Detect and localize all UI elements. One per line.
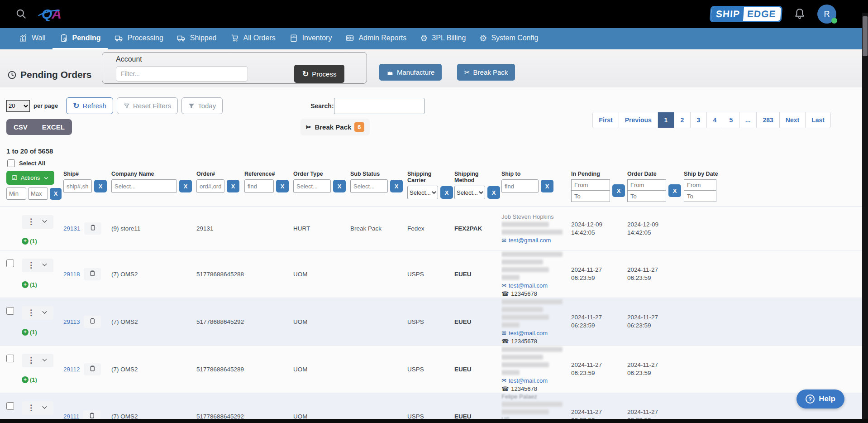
expand-chevron-icon[interactable] <box>41 218 48 226</box>
expand-items-link[interactable]: + (1) <box>22 329 53 336</box>
search-input[interactable] <box>334 98 424 114</box>
in-pending-to-input[interactable] <box>571 191 610 202</box>
pagination-next[interactable]: Next <box>780 112 806 128</box>
break-pack-button[interactable]: ✂ Break Pack <box>457 64 515 81</box>
notifications-bell-icon[interactable] <box>794 7 806 21</box>
pagination-previous[interactable]: Previous <box>619 112 658 128</box>
row-checkbox[interactable] <box>6 355 14 362</box>
account-filter-input[interactable] <box>116 66 248 82</box>
order-date-from-input[interactable] <box>627 179 666 191</box>
expand-items-link[interactable]: + (1) <box>22 376 53 383</box>
recipient-email[interactable]: ✉ test@mail.com <box>501 377 548 385</box>
nav-tab-3pl-billing[interactable]: ⚙ 3PL Billing <box>413 28 472 49</box>
row-checkbox[interactable] <box>6 307 14 315</box>
pagination-page-1[interactable]: 1 <box>658 112 674 128</box>
clear-order-date-filter-button[interactable]: X <box>668 184 681 197</box>
min-input[interactable] <box>6 187 26 200</box>
kebab-menu-icon[interactable]: ⋮ <box>27 405 35 411</box>
pagination-page-283[interactable]: 283 <box>757 112 779 128</box>
recipient-email[interactable]: ✉ test@gmail.com <box>501 237 551 244</box>
reference-filter-input[interactable] <box>244 179 274 193</box>
pagination-page-2[interactable]: 2 <box>674 112 691 128</box>
recipient-email[interactable]: ✉ test@mail.com <box>501 330 548 337</box>
refresh-button[interactable]: ↻ Refresh <box>66 97 113 114</box>
ship-number-link[interactable]: 29131 <box>63 225 81 232</box>
nav-tab-all-orders[interactable]: All Orders <box>224 28 282 49</box>
process-button[interactable]: ↻ Process <box>294 65 344 83</box>
vertical-scrollbar-thumb[interactable] <box>863 16 868 56</box>
clear-method-filter-button[interactable]: X <box>487 186 500 199</box>
pagination-page-3[interactable]: 3 <box>691 112 707 128</box>
copy-icon[interactable] <box>84 268 101 280</box>
break-pack-filter-chip[interactable]: ✂ Break Pack 6 <box>300 119 370 135</box>
select-all-checkbox[interactable] <box>7 159 15 167</box>
kebab-menu-icon[interactable]: ⋮ <box>27 357 35 364</box>
kebab-menu-icon[interactable]: ⋮ <box>27 310 35 316</box>
pagination-page-5[interactable]: 5 <box>723 112 739 128</box>
vertical-scrollbar[interactable] <box>862 13 868 419</box>
copy-icon[interactable] <box>84 316 101 328</box>
max-input[interactable] <box>28 187 48 200</box>
nav-tab-shipped[interactable]: Shipped <box>170 28 224 49</box>
order-date-to-input[interactable] <box>627 191 666 202</box>
clear-reference-filter-button[interactable]: X <box>276 180 289 192</box>
clear-ship-filter-button[interactable]: X <box>94 180 107 192</box>
clear-sub-status-filter-button[interactable]: X <box>390 180 403 192</box>
user-avatar[interactable]: R <box>817 5 836 24</box>
in-pending-from-input[interactable] <box>571 179 610 191</box>
kebab-menu-icon[interactable]: ⋮ <box>27 219 35 225</box>
expand-items-link[interactable]: + (1) <box>22 238 53 245</box>
clear-company-filter-button[interactable]: X <box>179 180 192 192</box>
nav-tab-wall[interactable]: Wall <box>12 28 52 49</box>
excel-button[interactable]: EXCEL <box>35 119 72 135</box>
horizontal-scrollbar[interactable] <box>0 419 868 423</box>
row-checkbox[interactable] <box>6 260 14 267</box>
sub-status-filter-input[interactable] <box>350 179 388 193</box>
clear-minmax-button[interactable]: X <box>50 188 62 200</box>
ship-filter-input[interactable] <box>63 179 92 193</box>
actions-dropdown-button[interactable]: ☑ Actions <box>6 171 54 185</box>
expand-chevron-icon[interactable] <box>41 356 48 365</box>
expand-chevron-icon[interactable] <box>41 261 48 269</box>
pagination-first[interactable]: First <box>593 112 619 128</box>
pagination-ellipsis[interactable]: ... <box>739 112 757 128</box>
search-icon[interactable] <box>15 8 27 20</box>
ship-number-link[interactable]: 29112 <box>63 366 80 373</box>
order-type-filter-input[interactable] <box>293 179 331 193</box>
clear-in-pending-filter-button[interactable]: X <box>612 184 625 197</box>
help-button[interactable]: ? Help <box>796 389 844 409</box>
expand-chevron-icon[interactable] <box>41 309 48 317</box>
company-filter-input[interactable] <box>111 179 177 193</box>
ship-by-from-input[interactable] <box>684 179 716 191</box>
manufacture-button[interactable]: Manufacture <box>379 64 442 81</box>
nav-tab-admin-reports[interactable]: Admin Reports <box>339 28 413 49</box>
clear-order-filter-button[interactable]: X <box>227 180 239 192</box>
ship-number-link[interactable]: 29113 <box>63 318 80 325</box>
ship-number-link[interactable]: 29118 <box>63 271 80 278</box>
ship-by-to-input[interactable] <box>684 191 716 202</box>
ship-to-filter-input[interactable] <box>501 179 539 193</box>
copy-icon[interactable] <box>84 363 101 375</box>
nav-tab-inventory[interactable]: Inventory <box>282 28 339 49</box>
today-button[interactable]: Today <box>181 97 223 114</box>
reset-filters-button[interactable]: Reset Filters <box>117 97 178 114</box>
method-filter-select[interactable]: Select... <box>454 186 485 199</box>
per-page-select[interactable]: 20 <box>6 100 30 112</box>
clear-ship-to-filter-button[interactable]: X <box>541 180 553 192</box>
clear-order-type-filter-button[interactable]: X <box>333 180 346 192</box>
carrier-filter-select[interactable]: Select... <box>407 186 438 199</box>
csv-button[interactable]: CSV <box>6 119 35 135</box>
order-filter-input[interactable] <box>196 179 224 193</box>
nav-tab-system-config[interactable]: ⚙ System Config <box>472 28 545 49</box>
nav-tab-processing[interactable]: Processing <box>108 28 170 49</box>
recipient-email[interactable]: ✉ test@mail.com <box>501 282 548 289</box>
expand-items-link[interactable]: + (1) <box>22 281 53 288</box>
copy-icon[interactable] <box>84 222 101 235</box>
clear-carrier-filter-button[interactable]: X <box>440 186 453 199</box>
nav-tab-pending[interactable]: Pending <box>52 28 108 49</box>
expand-chevron-icon[interactable] <box>41 404 48 412</box>
pagination-page-4[interactable]: 4 <box>707 112 723 128</box>
pagination-last[interactable]: Last <box>806 112 830 128</box>
kebab-menu-icon[interactable]: ⋮ <box>27 262 35 269</box>
qa-logo[interactable]: QA <box>39 6 64 22</box>
